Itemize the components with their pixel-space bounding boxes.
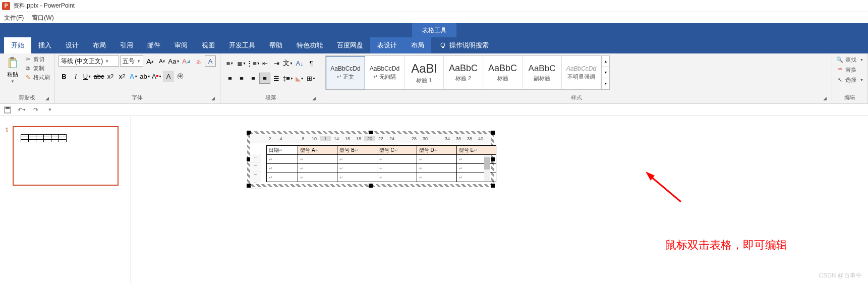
character-border-button[interactable]: A <box>205 55 216 67</box>
dialog-launcher-icon[interactable]: ◢ <box>44 96 50 102</box>
ribbon-tab[interactable]: 布局 <box>86 37 113 53</box>
horizontal-ruler[interactable]: 248101141618202224283034363840 <box>250 134 491 143</box>
ribbon-tab[interactable]: 开始 <box>4 37 31 53</box>
borders-button[interactable]: ⊞▼ <box>306 73 317 84</box>
line-spacing-button[interactable]: ‡≡▼ <box>282 73 294 84</box>
table-header-cell[interactable]: 型号 E↵ <box>456 146 496 155</box>
style-item[interactable]: AaBbCcDd↵ 无间隔 <box>365 56 404 89</box>
underline-button[interactable]: U▼ <box>82 71 93 82</box>
table-header-cell[interactable]: 型号 C↵ <box>377 146 417 155</box>
slide-canvas[interactable]: ⌐ 248101141618202224283034363840 –––– 日期… <box>131 116 868 283</box>
table-cell[interactable]: ↵ <box>267 164 298 173</box>
ribbon-tab[interactable]: 插入 <box>31 37 59 53</box>
show-marks-button[interactable]: ¶ <box>306 58 317 69</box>
table-cell[interactable]: ↵ <box>267 173 298 182</box>
superscript-button[interactable]: x2 <box>117 71 128 82</box>
resize-handle[interactable] <box>369 184 373 188</box>
bullets-button[interactable]: ≡▼ <box>224 58 236 69</box>
table-cell[interactable]: ↵ <box>377 164 417 173</box>
table-cell[interactable]: ↵ <box>298 173 337 182</box>
text-effects-button[interactable]: A▼ <box>128 71 139 82</box>
slide-thumbnail-pane[interactable]: 1 <box>0 116 131 283</box>
table-cell[interactable]: ↵ <box>337 173 377 182</box>
ribbon-tab[interactable]: 引用 <box>113 37 140 53</box>
dialog-launcher-icon[interactable]: ◢ <box>210 96 216 102</box>
style-item[interactable]: AaBl标题 1 <box>404 56 444 89</box>
table-cell[interactable]: ↵ <box>417 155 456 164</box>
redo-button[interactable]: ↷ <box>31 105 40 115</box>
font-family-combo[interactable]: 等线 (中文正文)▼ <box>59 55 119 67</box>
qat-customize-button[interactable]: ▼ <box>45 105 54 115</box>
shading-button[interactable]: ◣▼ <box>294 73 305 84</box>
text-direction-button[interactable]: 文▼ <box>282 58 294 69</box>
style-item[interactable]: AaBbCcDd↵ 正文 <box>326 56 365 89</box>
embedded-word-object[interactable]: ⌐ 248101141618202224283034363840 –––– 日期… <box>247 131 494 187</box>
save-button[interactable] <box>3 105 12 115</box>
ribbon-tab[interactable]: 设计 <box>59 37 86 53</box>
grow-font-button[interactable]: A▴ <box>144 55 155 67</box>
subscript-button[interactable]: x2 <box>105 71 116 82</box>
table-header-cell[interactable]: 型号 D↵ <box>417 146 456 155</box>
styles-gallery[interactable]: AaBbCcDd↵ 正文AaBbCcDd↵ 无间隔AaBl标题 1AaBbC标题… <box>325 55 610 90</box>
ribbon-tab[interactable]: 百度网盘 <box>330 37 370 53</box>
clear-formatting-button[interactable]: A◢ <box>181 55 192 67</box>
align-center-button[interactable]: ≡ <box>236 73 247 84</box>
change-case-button[interactable]: Aa▼ <box>168 55 180 67</box>
table-header-cell[interactable]: 日期↵ <box>267 146 298 155</box>
numbering-button[interactable]: ≣▼ <box>236 58 247 69</box>
table-cell[interactable]: ↵ <box>298 164 337 173</box>
menu-window[interactable]: 窗口(W) <box>32 14 53 22</box>
style-item[interactable]: AaBbCcDd不明显强调 <box>562 56 601 89</box>
decrease-indent-button[interactable]: ⇤ <box>259 58 270 69</box>
table-cell[interactable]: ↵ <box>267 155 298 164</box>
tell-me-search[interactable]: 操作说明搜索 <box>439 41 489 50</box>
format-painter-button[interactable]: ✎格式刷 <box>24 74 50 81</box>
strikethrough-button[interactable]: abc <box>93 71 104 82</box>
resize-handle[interactable] <box>491 131 495 135</box>
vertical-ruler[interactable]: –––– <box>250 154 261 182</box>
gallery-scroll[interactable]: ▴▾▾ <box>601 56 609 89</box>
contextual-tab-table-tools[interactable]: 表格工具 <box>412 23 456 37</box>
justify-button[interactable]: ≡ <box>259 73 270 84</box>
distributed-button[interactable]: ☰ <box>271 73 282 84</box>
highlight-button[interactable]: ab▼ <box>140 71 151 82</box>
table-cell[interactable]: ↵ <box>377 155 417 164</box>
dialog-launcher-icon[interactable]: ◢ <box>822 96 828 102</box>
phonetic-guide-button[interactable]: ぁ <box>193 55 204 67</box>
table-cell[interactable]: ↵ <box>377 173 417 182</box>
style-item[interactable]: AaBbC副标题 <box>523 56 562 89</box>
undo-button[interactable]: ↶▼ <box>17 105 26 115</box>
table-cell[interactable]: ↵ <box>337 164 377 173</box>
ribbon-tab[interactable]: 特色功能 <box>290 37 330 53</box>
paste-button[interactable]: 粘贴 ▼ <box>4 55 21 85</box>
font-size-combo[interactable]: 五号▼ <box>120 55 143 67</box>
enclose-characters-button[interactable]: ㊥ <box>175 71 186 82</box>
table-cell[interactable]: ↵ <box>298 155 337 164</box>
ribbon-tab[interactable]: 开发工具 <box>222 37 262 53</box>
copy-button[interactable]: ⧉复制 <box>24 65 50 72</box>
shrink-font-button[interactable]: A▾ <box>156 55 167 67</box>
style-item[interactable]: AaBbC标题 2 <box>444 56 483 89</box>
multilevel-list-button[interactable]: ⋮≡▼ <box>248 58 259 69</box>
cut-button[interactable]: ✂剪切 <box>24 55 50 63</box>
replace-button[interactable]: ᵃᵇ替换 <box>836 66 863 74</box>
align-right-button[interactable]: ≡ <box>248 73 259 84</box>
table-cell[interactable]: ↵ <box>337 155 377 164</box>
dialog-launcher-icon[interactable]: ◢ <box>311 96 317 102</box>
ribbon-tab[interactable]: 帮助 <box>262 37 290 53</box>
table-header-cell[interactable]: 型号 A↵ <box>298 146 337 155</box>
bold-button[interactable]: B <box>59 71 70 82</box>
italic-button[interactable]: I <box>70 71 81 82</box>
style-item[interactable]: AaBbC标题 <box>483 56 523 89</box>
select-button[interactable]: ↖选择▼ <box>836 76 863 84</box>
align-left-button[interactable]: ≡ <box>224 73 236 84</box>
vertical-scrollbar[interactable] <box>484 155 490 181</box>
character-shading-button[interactable]: A <box>163 71 174 82</box>
slide-thumbnail[interactable]: 1 <box>5 126 126 186</box>
increase-indent-button[interactable]: ⇥ <box>271 58 282 69</box>
embedded-table[interactable]: 日期↵型号 A↵型号 B↵型号 C↵型号 D↵型号 E↵↵↵↵↵↵↵↵↵↵↵↵↵… <box>266 145 496 182</box>
menu-file[interactable]: 文件(F) <box>4 14 24 22</box>
table-header-cell[interactable]: 型号 B↵ <box>337 146 377 155</box>
ribbon-tab[interactable]: 邮件 <box>140 37 167 53</box>
sort-button[interactable]: A↓ <box>294 58 305 69</box>
